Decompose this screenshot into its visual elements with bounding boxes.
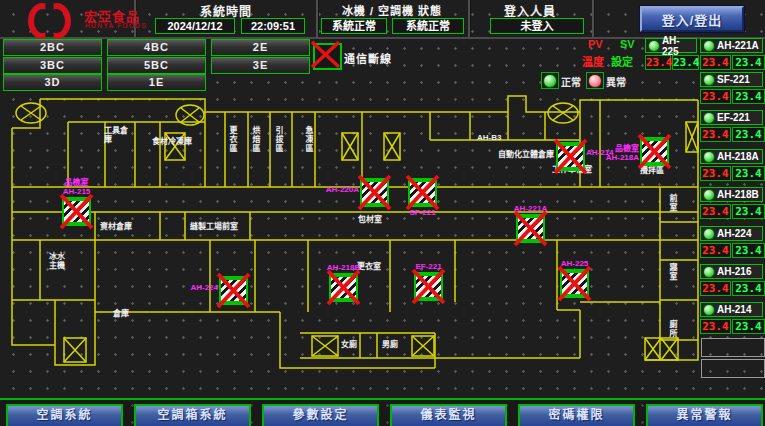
marker-label-ah-218a: 品檢室 AH-218A	[606, 144, 639, 162]
unit-pv-value: 23.4	[700, 319, 731, 334]
disconnect-marker-ah-218b[interactable]: AH-218B	[329, 273, 358, 302]
marker-label-sf-221: SF-221	[409, 208, 435, 217]
room-label: 冰水主機	[49, 252, 69, 270]
scada-hvac-screen: 宏亞食品 HUNYA FOODS 系統時間 2024/12/12 22:09:5…	[0, 0, 765, 426]
unit-name-label: AH-225	[662, 35, 696, 57]
unit-sv-value: 23.4	[732, 243, 765, 258]
marker-label-ah-218b: AH-218B	[327, 263, 360, 272]
room-label: 工具倉庫	[104, 126, 130, 144]
disconnect-marker-ah-225[interactable]: AH-225	[560, 269, 589, 298]
unit-sv-value: 23.4	[732, 319, 765, 334]
unit-name-label: EF-221	[717, 112, 750, 123]
unit-name-label: AH-224	[717, 228, 751, 239]
disconnect-marker-ah-224[interactable]: AH-224	[219, 276, 248, 305]
unit-panel-ah-218b[interactable]: AH-218B	[700, 187, 763, 202]
red-x-icon	[637, 133, 672, 170]
room-label: 資材倉庫	[100, 222, 132, 231]
marker-label-ah-221a: AH-221A	[514, 204, 547, 213]
status-led-icon	[648, 40, 660, 52]
empty-unit-slot	[701, 338, 765, 357]
room-label: 自動化立體倉庫	[498, 150, 554, 159]
room-label: 烘焙區	[251, 126, 260, 153]
unit-panel-ah-216[interactable]: AH-216	[700, 264, 763, 279]
unit-pv-value: 23.4	[700, 127, 731, 142]
room-label: AH-B3	[477, 133, 501, 142]
shaft-icons	[64, 122, 698, 362]
status-led-icon	[703, 74, 715, 86]
unit-name-label: AH-218B	[717, 189, 759, 200]
unit-pv-value: 23.4	[700, 243, 731, 258]
room-label: 女廁	[341, 340, 357, 349]
unit-sv-value: 23.4	[732, 89, 765, 104]
status-led-icon	[703, 112, 715, 124]
red-x-icon	[557, 265, 592, 302]
marker-label-ah-215: 品檢室 AH-215	[63, 178, 91, 196]
room-label: 前室	[668, 194, 677, 212]
room-label: 廁所	[668, 320, 677, 338]
disconnect-marker-ah-221a[interactable]: AH-221A	[516, 214, 545, 243]
red-x-icon	[553, 138, 588, 175]
unit-panel-ah-224[interactable]: AH-224	[700, 226, 763, 241]
room-label: 倉庫	[113, 309, 129, 318]
unit-panel-sf-221[interactable]: SF-221	[700, 72, 763, 87]
room-label: 寢室	[668, 263, 677, 281]
status-led-icon	[703, 304, 715, 316]
status-led-icon	[703, 228, 715, 240]
unit-pv-value: 23.4	[700, 204, 731, 219]
unit-panel-ah-225[interactable]: AH-225	[645, 38, 697, 53]
unit-pv-value: 23.4	[700, 55, 731, 70]
unit-sv-value: 23.4	[732, 55, 765, 70]
marker-label-ah-224: AH-224	[190, 283, 218, 292]
disconnect-marker-sf-221[interactable]: SF-221	[408, 178, 437, 207]
red-x-icon	[357, 174, 392, 211]
unit-pv-value: 23.4	[700, 89, 731, 104]
disconnect-marker-ah-214[interactable]: AH-214	[556, 142, 585, 171]
room-label: 急凍區	[304, 126, 313, 153]
unit-sv-value: 23.4	[732, 204, 765, 219]
unit-name-label: SF-221	[717, 74, 750, 85]
red-x-icon	[326, 269, 361, 306]
unit-sv-value: 23.4	[732, 127, 765, 142]
room-label: 包材室	[358, 215, 382, 224]
red-x-icon	[513, 210, 548, 247]
unit-name-label: AH-221A	[717, 40, 759, 51]
marker-label-ah-220a: AH-220A	[326, 185, 359, 194]
status-led-icon	[703, 266, 715, 278]
red-x-icon	[59, 193, 94, 230]
red-x-icon	[405, 174, 440, 211]
disconnect-marker-ef-221[interactable]: EF-221	[414, 272, 443, 301]
red-x-icon	[216, 272, 251, 309]
room-label: 食材冷凍庫	[152, 137, 192, 146]
unit-panel-ef-221[interactable]: EF-221	[700, 110, 763, 125]
unit-pv-value: 23.4	[700, 281, 731, 296]
disconnect-marker-ah-215[interactable]: 品檢室 AH-215	[62, 197, 91, 226]
unit-sv-value: 23.4	[732, 281, 765, 296]
disconnect-marker-ah-218a[interactable]: 品檢室 AH-218A	[640, 137, 669, 166]
unit-sv-value: 23.4	[732, 166, 765, 181]
marker-label-ef-221: EF-221	[415, 262, 441, 271]
unit-sv-value: 23.4	[672, 55, 699, 70]
disconnect-marker-ah-220a[interactable]: AH-220A	[360, 178, 389, 207]
status-led-icon	[703, 40, 715, 52]
status-led-icon	[703, 189, 715, 201]
unit-name-label: AH-216	[717, 266, 751, 277]
unit-name-label: AH-214	[717, 304, 751, 315]
unit-name-label: AH-218A	[717, 151, 759, 162]
unit-panel-ah-218a[interactable]: AH-218A	[700, 149, 763, 164]
marker-label-ah-225: AH-225	[561, 259, 589, 268]
room-label: 縫製工場前室	[190, 222, 238, 231]
room-label: 男廁	[382, 340, 398, 349]
unit-pv-value: 23.4	[645, 55, 671, 70]
status-led-icon	[703, 151, 715, 163]
red-x-icon	[411, 268, 446, 305]
unit-panel-ah-221a[interactable]: AH-221A	[700, 38, 763, 53]
room-label: 引拔區	[274, 126, 283, 153]
empty-unit-slot	[701, 359, 765, 378]
unit-panel-ah-214[interactable]: AH-214	[700, 302, 763, 317]
room-label: 更衣區	[228, 126, 237, 153]
unit-pv-value: 23.4	[700, 166, 731, 181]
